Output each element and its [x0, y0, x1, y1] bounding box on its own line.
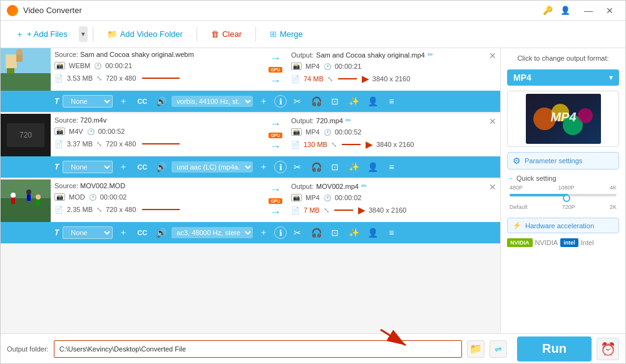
param-settings-button[interactable]: ⚙ Parameter settings — [507, 152, 619, 169]
add-subtitle-2[interactable]: ＋ — [115, 159, 131, 175]
file-item-3: Source: MOV002.MOD 📸 MOD 🕐 00:00:02 — [1, 179, 500, 244]
user-tool-icon[interactable]: 👤 — [559, 4, 572, 17]
edit-output-1[interactable]: ✏ — [428, 51, 433, 59]
control-bar-2: T None ＋ CC 🔊 und aac (LC) (mp4a... ＋ ℹ … — [1, 156, 500, 178]
alarm-button[interactable]: ⏰ — [597, 338, 619, 360]
info-btn-2[interactable]: ℹ — [274, 161, 287, 173]
add-subtitle-1[interactable]: ＋ — [115, 93, 131, 109]
subtitle2-btn-1[interactable]: ≡ — [383, 93, 399, 109]
person-btn-2[interactable]: 👤 — [364, 159, 381, 175]
subtitle-select-2[interactable]: None — [63, 161, 113, 173]
arrow-col-3: → GPU → — [260, 182, 291, 220]
close-file-3[interactable]: ✕ — [488, 182, 498, 192]
cc-btn-3[interactable]: CC — [134, 225, 150, 241]
arrow-col-2: → GPU → — [260, 116, 291, 154]
audio-select-3[interactable]: ac3, 48000 Hz, stere... — [172, 227, 253, 238]
crop-btn-3[interactable]: ⊡ — [327, 225, 343, 241]
headphone-btn-3[interactable]: 🎧 — [308, 225, 324, 241]
thumbnail-3 — [1, 179, 51, 222]
subtitle2-btn-2[interactable]: ≡ — [383, 159, 399, 175]
audio-select-1[interactable]: vorbis, 44100 Hz, st... — [172, 96, 253, 107]
control-bar-1: T None ＋ CC 🔊 vorbis, 44100 Hz, st... ＋ … — [1, 91, 500, 112]
svg-rect-13 — [11, 198, 15, 204]
cc-btn-2[interactable]: CC — [134, 159, 150, 175]
thumbnail-2: 720 — [1, 114, 51, 156]
add-files-button[interactable]: ＋ + Add Files — [7, 25, 76, 44]
hw-chips: NVIDIA NVIDIA intel Intel — [507, 238, 619, 247]
svg-rect-4 — [11, 68, 14, 73]
source-size-row-1: 📄 3.53 MB ⤡ 720 x 480 — [54, 72, 260, 84]
add-files-dropdown[interactable]: ▾ — [79, 26, 88, 42]
run-button[interactable]: Run — [517, 336, 592, 361]
subtitle2-btn-3[interactable]: ≡ — [383, 225, 399, 241]
divider-3 — [255, 27, 256, 42]
crop-btn-1[interactable]: ⊡ — [327, 93, 343, 109]
cut-btn-3[interactable]: ✂ — [289, 225, 305, 241]
title-tools: 🔑 👤 — [541, 4, 572, 17]
headphone-btn-1[interactable]: 🎧 — [308, 93, 324, 109]
browse-folder-button[interactable]: 📁 — [467, 340, 485, 358]
subtitle-select-3[interactable]: None — [63, 226, 113, 239]
source-format-row-1: 📸 WEBM 🕐 00:00:21 — [54, 59, 260, 72]
edit-output-2[interactable]: ✏ — [346, 116, 351, 124]
svg-rect-10 — [1, 179, 51, 198]
svg-rect-15 — [27, 195, 31, 201]
headphone-btn-2[interactable]: 🎧 — [308, 159, 324, 175]
svg-rect-1 — [1, 73, 51, 91]
add-folder-button[interactable]: 📁 Add Video Folder — [98, 26, 192, 43]
nvidia-badge: NVIDIA — [507, 238, 533, 247]
info-btn-1[interactable]: ℹ — [274, 95, 287, 108]
edit-output-3[interactable]: ✏ — [361, 182, 367, 190]
svg-text:720: 720 — [19, 131, 32, 139]
folder-icon: 📁 — [107, 29, 117, 39]
close-file-2[interactable]: ✕ — [488, 116, 498, 126]
subtitle-select-1[interactable]: None — [63, 95, 113, 108]
audio-select-2[interactable]: und aac (LC) (mp4a... — [172, 161, 253, 173]
svg-rect-2 — [6, 54, 17, 68]
control-bar-3: T None ＋ CC 🔊 ac3, 48000 Hz, stere... ＋ … — [1, 222, 500, 243]
cc-btn-1[interactable]: CC — [134, 93, 150, 109]
add-audio-2[interactable]: ＋ — [255, 159, 272, 175]
effect-btn-3[interactable]: ✨ — [346, 225, 362, 241]
audio-btn-2[interactable]: 🔊 — [153, 159, 169, 175]
audio-btn-1[interactable]: 🔊 — [153, 93, 169, 109]
red-arrow — [374, 326, 412, 351]
main-content: Source: Sam and Cocoa shaky original.web… — [1, 48, 625, 333]
info-btn-3[interactable]: ℹ — [274, 226, 287, 239]
file-list: Source: Sam and Cocoa shaky original.web… — [1, 48, 500, 333]
svg-rect-17 — [36, 200, 40, 206]
file-2-info: Source: 720.m4v 📸 M4V 🕐 00:00:52 — [51, 114, 500, 156]
close-button[interactable]: ✕ — [600, 4, 619, 17]
search-tool-icon[interactable]: 🔑 — [541, 4, 554, 17]
minimize-button[interactable]: — — [579, 4, 598, 17]
bottom-bar: Output folder: 📁 ⇌ Run ⏰ — [1, 333, 625, 363]
effect-btn-1[interactable]: ✨ — [346, 93, 362, 109]
svg-point-12 — [11, 193, 16, 198]
file-item-2: 720 Source: 720.m4v 📸 — [1, 114, 500, 178]
person-btn-1[interactable]: 👤 — [364, 93, 381, 109]
merge-button[interactable]: ⊞ Merge — [261, 26, 312, 43]
audio-btn-3[interactable]: 🔊 — [153, 225, 169, 241]
thumbnail-1 — [1, 48, 51, 91]
effect-btn-2[interactable]: ✨ — [346, 159, 362, 175]
param-icon: ⚙ — [513, 156, 521, 166]
close-file-1[interactable]: ✕ — [488, 51, 498, 61]
output-size-row-1: 📄 74 MB ⤡ ▶ 3840 x 2160 — [291, 73, 496, 85]
crop-btn-2[interactable]: ⊡ — [327, 159, 343, 175]
cut-btn-2[interactable]: ✂ — [289, 159, 305, 175]
person-btn-3[interactable]: 👤 — [364, 225, 381, 241]
add-audio-1[interactable]: ＋ — [255, 93, 272, 109]
svg-point-16 — [36, 195, 41, 200]
clear-button[interactable]: 🗑 Clear — [202, 26, 250, 43]
add-audio-3[interactable]: ＋ — [255, 225, 272, 241]
file-1-info: Source: Sam and Cocoa shaky original.web… — [51, 48, 500, 91]
format-selector[interactable]: MP4 ▾ — [507, 69, 619, 86]
add-icon: ＋ — [16, 29, 24, 40]
intel-badge: intel — [560, 238, 578, 247]
output-action-button[interactable]: ⇌ — [490, 340, 507, 358]
divider-2 — [197, 27, 197, 42]
cut-btn-1[interactable]: ✂ — [289, 93, 305, 109]
add-subtitle-3[interactable]: ＋ — [115, 225, 131, 241]
format-preview: MP4 — [507, 91, 619, 147]
chevron-down-icon: ▾ — [609, 73, 613, 82]
